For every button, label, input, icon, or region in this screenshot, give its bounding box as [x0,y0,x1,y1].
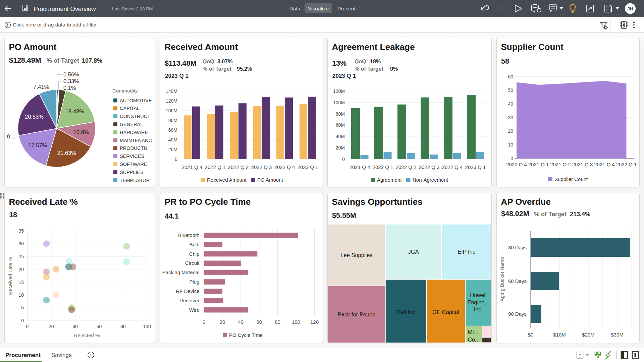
svg-text:Co...: Co... [468,337,480,343]
svg-text:30: 30 [18,241,24,246]
svg-text:18: 18 [9,211,17,219]
svg-text:2021 Q 4: 2021 Q 4 [182,164,203,170]
svg-text:18.48%: 18.48% [65,108,84,114]
svg-text:2022 Q 1: 2022 Q 1 [373,164,393,170]
svg-text:Packing Material: Packing Material [162,269,200,275]
svg-text:TEMPLABOR: TEMPLABOR [120,178,150,183]
svg-text:2021 Q 3: 2021 Q 3 [572,162,593,167]
svg-text:40: 40 [238,319,244,325]
svg-text:CAPITAL: CAPITAL [120,106,140,111]
svg-text:$48.02M: $48.02M [501,210,529,218]
svg-text:Dell Inc: Dell Inc [396,309,415,315]
svg-text:2021 Q 4: 2021 Q 4 [594,162,615,167]
svg-text:Visualize: Visualize [308,6,329,11]
svg-text:140M: 140M [166,88,177,94]
svg-text:80M: 80M [168,118,177,123]
svg-text:SERVICES: SERVICES [120,154,144,159]
svg-text:20: 20 [220,319,225,325]
svg-text:AUTOMOTIVE: AUTOMOTIVE [120,98,152,103]
svg-text:7.41%: 7.41% [34,84,49,90]
svg-text:Lee Supplies: Lee Supplies [340,252,372,258]
svg-text:2023 Q 1: 2023 Q 1 [332,73,356,79]
svg-text:Pack for Pound: Pack for Pound [338,311,376,317]
svg-text:2022 Q 4: 2022 Q 4 [274,164,295,170]
svg-text:Aging Bucket Name: Aging Bucket Name [499,257,505,302]
svg-text:3.07%: 3.07% [217,59,232,64]
svg-text:80: 80 [120,324,126,329]
svg-text:80: 80 [275,319,280,325]
svg-text:25: 25 [18,254,24,259]
svg-text:PO Amount: PO Amount [9,42,57,52]
svg-text:Received Amount: Received Amount [207,177,247,183]
svg-text:2021 Q 1: 2021 Q 1 [528,162,549,167]
svg-text:0: 0 [21,318,24,323]
svg-text:Rejected %: Rejected % [74,333,100,338]
svg-text:5: 5 [21,305,24,310]
svg-text:0.1%: 0.1% [63,85,76,91]
svg-text:$10M: $10M [553,332,566,338]
svg-text:Plug: Plug [189,279,199,285]
svg-text:18%: 18% [370,59,381,64]
svg-text:0: 0 [342,157,345,162]
svg-text:0%: 0% [390,66,398,72]
svg-text:2020 Q 4: 2020 Q 4 [506,162,527,167]
svg-text:% of Target: % of Target [534,211,567,218]
svg-text:90 Days: 90 Days [508,311,527,317]
svg-text:95.2%: 95.2% [237,66,252,72]
svg-text:Wire: Wire [189,307,200,313]
svg-text:2022 Q 4: 2022 Q 4 [442,164,463,170]
svg-text:PR to PO Cycle Time: PR to PO Cycle Time [165,197,251,207]
svg-text:0: 0 [203,319,205,325]
svg-text:Bluetooth: Bluetooth [178,232,199,238]
svg-text:AP Overdue: AP Overdue [501,197,551,207]
svg-text:$5.55M: $5.55M [332,212,356,220]
svg-text:2022 Q 3: 2022 Q 3 [251,164,272,170]
svg-text:40: 40 [508,101,513,107]
svg-text:Mi...: Mi... [468,329,478,335]
svg-text:40M: 40M [336,134,345,139]
svg-text:GE Capital: GE Capital [432,309,459,315]
svg-text:Last Saved 2:28 PM: Last Saved 2:28 PM [112,6,153,11]
svg-text:HARDWARE: HARDWARE [120,130,148,135]
svg-text:10: 10 [18,292,24,298]
svg-text:80M: 80M [336,111,345,117]
svg-text:58: 58 [501,57,509,65]
svg-text:Present: Present [337,6,356,11]
svg-text:0.56%: 0.56% [63,71,79,77]
svg-text:40M: 40M [168,137,177,142]
svg-text:MAINTENANC: MAINTENANC [120,138,152,143]
svg-text:Supplier Count: Supplier Count [554,176,588,182]
svg-text:PO Cycle Time: PO Cycle Time [229,332,263,338]
svg-text:0.33%: 0.33% [63,78,79,84]
svg-text:EIP Inc: EIP Inc [458,249,475,255]
svg-text:50: 50 [508,87,513,93]
svg-text:2023 Q 1: 2023 Q 1 [465,164,486,170]
svg-text:Procurement Overview: Procurement Overview [34,5,96,12]
svg-text:Engine...: Engine... [467,299,489,305]
svg-text:Howell: Howell [470,292,487,298]
svg-text:120M: 120M [166,98,177,104]
svg-text:Commodity: Commodity [112,88,138,94]
svg-text:30: 30 [508,115,513,120]
svg-text:107.8%: 107.8% [82,57,102,64]
svg-text:$30M: $30M [611,332,624,338]
svg-text:2023 Q 1: 2023 Q 1 [298,164,318,170]
svg-text:120M: 120M [333,88,345,94]
svg-text:% of Target: % of Target [355,66,384,72]
svg-text:Savings Opportunties: Savings Opportunties [332,197,423,207]
svg-text:CONSTRUCT: CONSTRUCT [120,114,150,119]
svg-text:2022 Q 2: 2022 Q 2 [228,164,249,170]
svg-text:Inc.: Inc. [474,306,483,312]
svg-text:20M: 20M [168,147,177,152]
svg-text:10: 10 [508,142,513,147]
svg-text:Agreement Leakage: Agreement Leakage [332,42,415,52]
svg-text:0: 0 [175,157,177,162]
svg-text:60 Days: 60 Days [508,278,527,284]
svg-text:Data: Data [289,6,301,11]
svg-text:20: 20 [18,267,24,272]
svg-text:20.53%: 20.53% [25,114,44,120]
svg-text:44.1: 44.1 [165,212,179,220]
svg-text:QoQ: QoQ [355,59,366,64]
svg-text:$113.48M: $113.48M [165,59,196,67]
svg-text:20: 20 [49,324,54,329]
